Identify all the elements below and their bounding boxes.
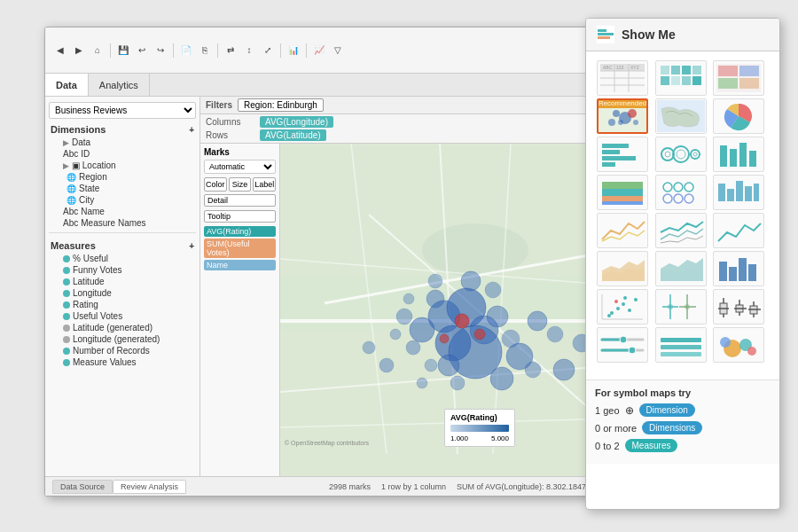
home-icon[interactable]: ⌂: [90, 43, 106, 59]
svg-rect-94: [749, 151, 756, 167]
dim-location[interactable]: ▶ ▣ Location: [56, 160, 196, 171]
toolbar-icons: ◀ ▶ ⌂ 💾 ↩ ↪ 📄 ⎘ ⇄ ↕ ⤢ 📊 📈 ▽: [52, 43, 346, 59]
chart-area1[interactable]: [597, 251, 648, 286]
svg-point-21: [438, 355, 459, 376]
back-icon[interactable]: ◀: [52, 43, 68, 59]
business-reviews-select[interactable]: Business Reviews: [49, 102, 196, 119]
measure-rating[interactable]: Rating: [56, 299, 196, 310]
svg-point-29: [547, 326, 563, 342]
svg-point-100: [674, 183, 683, 192]
map-view[interactable]: © OpenStreetMap contributors AVG(Rating)…: [280, 144, 593, 496]
rows-pill[interactable]: AVG(Latitude): [260, 129, 326, 141]
marks-panel: Marks Automatic Color Size Label Detail …: [200, 144, 280, 496]
rows-label: Rows: [206, 130, 254, 140]
columns-pill[interactable]: AVG(Longitude): [260, 116, 333, 128]
marks-tooltip-btn[interactable]: Tooltip: [204, 210, 276, 223]
duplicate-icon[interactable]: ⎘: [197, 43, 213, 59]
marks-detail-btn[interactable]: Detail: [204, 194, 276, 207]
dimensions-add-icon[interactable]: +: [189, 125, 194, 135]
svg-rect-61: [682, 66, 691, 74]
chart-scatter[interactable]: [597, 289, 648, 325]
geo-icon: ⊕: [625, 404, 634, 417]
globe-icon-region: 🌐: [66, 173, 76, 182]
svg-rect-105: [718, 184, 725, 201]
chart-highlight-table[interactable]: [713, 60, 764, 96]
svg-point-145: [620, 336, 627, 343]
dim-region[interactable]: 🌐 Region: [56, 171, 196, 183]
abc-icon-measures: Abc: [63, 218, 78, 228]
chart-circles[interactable]: [655, 137, 707, 172]
tab-analytics[interactable]: Analytics: [89, 74, 150, 96]
sort-icon[interactable]: ↕: [241, 43, 257, 59]
measure-lat-gen[interactable]: Latitude (generated): [56, 322, 196, 333]
measure-dot: [63, 255, 70, 262]
svg-rect-149: [661, 338, 701, 342]
filter-icon[interactable]: ▽: [330, 43, 346, 59]
center-area: Filters Region: Edinburgh Columns AVG(Lo…: [200, 97, 593, 496]
marks-type-select[interactable]: Automatic: [204, 160, 276, 174]
show-me-panel: Show Me ABC 123 XYZ: [585, 18, 780, 510]
chart-line2[interactable]: [655, 213, 707, 248]
chart-area2[interactable]: [655, 251, 707, 286]
chart-stacked-bars[interactable]: [597, 175, 648, 210]
dim-measure-names[interactable]: Abc Measure Names: [56, 217, 196, 229]
legend-labels: 1.000 5.000: [450, 434, 509, 442]
chart-vert-bars2[interactable]: [713, 251, 764, 286]
svg-point-126: [623, 296, 627, 300]
dim-state[interactable]: 🌐 State: [56, 183, 196, 194]
chart-box-plot[interactable]: [713, 289, 764, 325]
chart-side-bars[interactable]: [713, 137, 764, 172]
forward-icon[interactable]: ▶: [71, 43, 87, 59]
dim-name[interactable]: Abc Name: [56, 206, 196, 217]
measures-add-icon[interactable]: +: [189, 241, 194, 251]
chart-line1[interactable]: [597, 213, 648, 248]
chart-more[interactable]: [713, 175, 764, 210]
measure-lon-gen[interactable]: Longitude (generated): [56, 333, 196, 345]
chart-crosshairs[interactable]: [655, 289, 707, 325]
fit-icon[interactable]: ⤢: [260, 43, 276, 59]
marks-label-btn[interactable]: Label: [253, 177, 276, 192]
measure-funny[interactable]: Funny Votes: [56, 264, 196, 276]
chart-sliders[interactable]: [597, 327, 648, 363]
new-sheet-icon[interactable]: 📄: [178, 43, 194, 59]
chart-line3[interactable]: [713, 213, 764, 248]
footer-title: For symbol maps try: [595, 387, 771, 398]
measure-useful-votes[interactable]: Useful Votes: [56, 310, 196, 322]
show-me-icon[interactable]: 📊: [286, 43, 301, 59]
status-marks: 2998 marks: [329, 482, 371, 491]
measure-latitude[interactable]: Latitude: [56, 276, 196, 287]
shelf-area: Columns AVG(Longitude) Rows AVG(Latitude…: [200, 114, 593, 144]
chart-text-table[interactable]: ABC 123 XYZ: [597, 60, 648, 96]
filter-region[interactable]: Region: Edinburgh: [238, 98, 324, 112]
analytics-icon[interactable]: 📈: [311, 43, 327, 59]
measure-num-records[interactable]: Number of Records: [56, 345, 196, 356]
undo-icon[interactable]: ↩: [134, 43, 150, 59]
marks-color-btn[interactable]: Color: [204, 177, 227, 192]
measure-values[interactable]: Measure Values: [56, 356, 196, 368]
chart-grouped-circles[interactable]: [655, 175, 707, 210]
chart-pie[interactable]: [713, 98, 764, 134]
svg-point-121: [616, 307, 620, 310]
dim-data[interactable]: ▶ Data: [56, 137, 196, 148]
chart-bubble[interactable]: [713, 327, 764, 363]
svg-point-127: [614, 300, 618, 303]
marks-field-useful[interactable]: SUM(Useful Votes): [204, 239, 276, 258]
marks-field-rating[interactable]: AVG(Rating): [204, 226, 276, 237]
measure-useful-pct[interactable]: % Useful: [56, 253, 196, 264]
save-icon[interactable]: 💾: [115, 43, 131, 59]
chart-heat-map[interactable]: [655, 60, 707, 96]
dim-id[interactable]: Abc ID: [56, 148, 196, 160]
chart-symbol-map[interactable]: Recommended: [597, 98, 648, 134]
chart-gradient-bars[interactable]: [655, 327, 707, 363]
chart-map[interactable]: [655, 98, 707, 134]
badge-dimensions: Dimensions: [642, 421, 702, 434]
tab-data[interactable]: Data: [45, 74, 89, 96]
redo-icon[interactable]: ↪: [153, 43, 168, 59]
marks-size-btn[interactable]: Size: [229, 177, 252, 192]
measure-longitude[interactable]: Longitude: [56, 287, 196, 299]
chart-horiz-bars[interactable]: [597, 137, 648, 172]
marks-field-name[interactable]: Name: [204, 260, 276, 270]
svg-point-32: [417, 378, 427, 388]
swap-icon[interactable]: ⇄: [223, 43, 239, 59]
dim-city[interactable]: 🌐 City: [56, 194, 196, 206]
